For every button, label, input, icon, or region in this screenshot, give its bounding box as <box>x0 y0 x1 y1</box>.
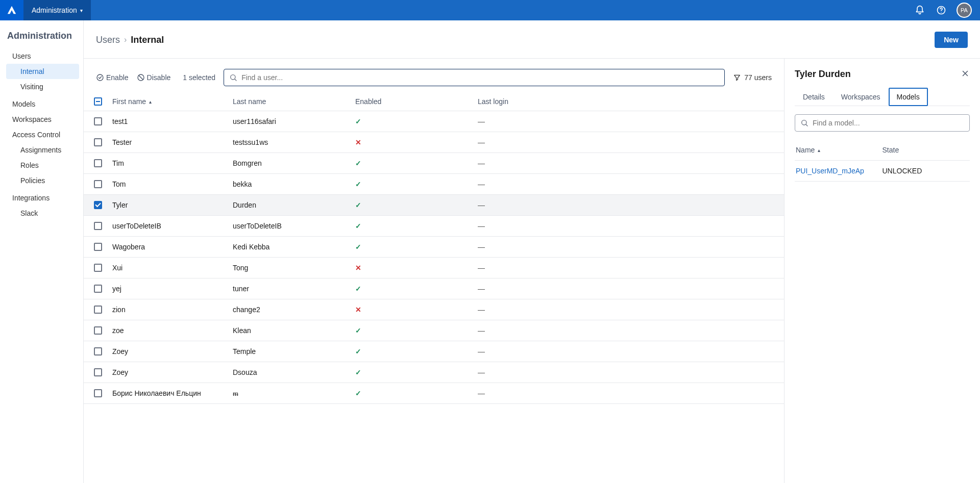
sidebar-item-slack[interactable]: Slack <box>6 206 79 221</box>
row-checkbox[interactable] <box>94 138 102 146</box>
sidebar-item-policies[interactable]: Policies <box>6 173 79 188</box>
tab-workspaces[interactable]: Workspaces <box>833 88 889 106</box>
table-row[interactable]: zoeKlean✓— <box>84 320 784 341</box>
sort-asc-icon: ▴ <box>149 99 152 105</box>
column-last-login-label: Last login <box>478 97 508 106</box>
model-column-state[interactable]: State <box>883 146 969 154</box>
table-row[interactable]: zionchange2✕— <box>84 299 784 320</box>
breadcrumb-current: Internal <box>131 35 164 45</box>
row-checkbox[interactable] <box>94 326 102 335</box>
search-input[interactable] <box>241 73 719 82</box>
table-row[interactable]: ZoeyDsouza✓— <box>84 362 784 383</box>
sidebar-item-integrations[interactable]: Integrations <box>6 190 79 206</box>
content-header: Users › Internal New <box>84 20 980 59</box>
app-logo[interactable] <box>0 0 23 20</box>
cell-last-login-value: — <box>478 306 485 314</box>
model-link[interactable]: PUI_UserMD_mJeAp <box>796 167 883 175</box>
x-icon: ✕ <box>355 306 361 314</box>
cell-last-name: Kedi Kebba <box>233 243 355 251</box>
sidebar-item-access-control[interactable]: Access Control <box>6 127 79 142</box>
row-checkbox[interactable] <box>94 285 102 293</box>
row-checkbox[interactable] <box>94 180 102 188</box>
cell-first-name: Tester <box>112 138 233 146</box>
cell-last-login-value: — <box>478 285 485 293</box>
model-search-input[interactable] <box>813 119 964 127</box>
cell-enabled: ✓ <box>355 326 478 335</box>
sidebar-item-internal[interactable]: Internal <box>6 64 79 79</box>
cell-last-login-value: — <box>478 389 485 397</box>
column-last-login[interactable]: Last login <box>478 97 778 106</box>
row-checkbox[interactable] <box>94 264 102 272</box>
table-row[interactable]: test1user116safari✓— <box>84 111 784 132</box>
cell-enabled: ✓ <box>355 159 478 167</box>
top-nav-administration[interactable]: Administration ▾ <box>23 0 91 20</box>
table-row[interactable]: yejtuner✓— <box>84 278 784 299</box>
tab-details[interactable]: Details <box>795 88 833 106</box>
table-row[interactable]: userToDeleteIBuserToDeleteIB✓— <box>84 216 784 237</box>
check-icon: ✓ <box>355 368 361 376</box>
check-icon: ✓ <box>355 180 361 188</box>
model-column-name[interactable]: Name ▴ <box>796 146 883 154</box>
row-checkbox[interactable] <box>94 159 102 167</box>
table-row[interactable]: ZoeyTemple✓— <box>84 341 784 362</box>
row-checkbox[interactable] <box>94 117 102 125</box>
disable-button[interactable]: Disable <box>137 73 171 82</box>
sidebar-item-visiting[interactable]: Visiting <box>6 79 79 94</box>
new-button[interactable]: New <box>935 32 968 48</box>
cell-last-name: Temple <box>233 347 355 355</box>
table-row[interactable]: Testertestssu1ws✕— <box>84 132 784 153</box>
model-state: UNLOCKED <box>883 167 969 175</box>
cell-first-name: Zoey <box>112 368 233 376</box>
column-enabled[interactable]: Enabled <box>355 97 478 106</box>
sidebar-item-models[interactable]: Models <box>6 96 79 112</box>
table-row[interactable]: Tombekka✓— <box>84 174 784 195</box>
cell-last-name: user116safari <box>233 117 355 125</box>
table-body[interactable]: test1user116safari✓—Testertestssu1ws✕—Ti… <box>84 111 784 483</box>
sidebar-item-workspaces[interactable]: Workspaces <box>6 112 79 127</box>
search-wrap <box>224 69 725 86</box>
table-row[interactable]: XuiTong✕— <box>84 258 784 278</box>
cell-first-name: userToDeleteIB <box>112 222 233 230</box>
search-icon <box>229 73 237 82</box>
cell-last-login: — <box>478 180 784 188</box>
cell-last-login: — <box>478 117 784 125</box>
row-checkbox[interactable] <box>94 201 102 209</box>
close-button[interactable] <box>961 69 970 80</box>
enable-button[interactable]: Enable <box>96 73 129 82</box>
row-checkbox[interactable] <box>94 222 102 230</box>
cell-enabled: ✓ <box>355 389 478 397</box>
cell-last-login-value: — <box>478 326 485 335</box>
row-checkbox[interactable] <box>94 306 102 314</box>
sidebar-item-roles[interactable]: Roles <box>6 158 79 173</box>
cell-first-name: Борис Николаевич Ельцин <box>112 389 233 397</box>
table-row[interactable]: Борис Николаевич Ельцинᵯ✓— <box>84 383 784 404</box>
row-checkbox[interactable] <box>94 389 102 397</box>
notifications-button[interactable] <box>914 4 926 16</box>
column-first-name[interactable]: First name ▴ <box>112 97 233 106</box>
check-icon: ✓ <box>355 117 361 125</box>
sidebar-title: Administration <box>6 31 79 48</box>
select-all-checkbox[interactable] <box>94 97 102 106</box>
avatar[interactable]: PA <box>957 3 972 18</box>
table-row[interactable]: TimBomgren✓— <box>84 153 784 174</box>
breadcrumb-users[interactable]: Users <box>96 35 120 45</box>
help-button[interactable] <box>935 4 947 16</box>
table-row[interactable]: TylerDurden✓— <box>84 195 784 216</box>
check-icon: ✓ <box>355 326 361 335</box>
filter-button[interactable]: 77 users <box>733 73 772 82</box>
cell-enabled: ✕ <box>355 138 478 146</box>
table-row[interactable]: WagoberaKedi Kebba✓— <box>84 237 784 258</box>
row-checkbox[interactable] <box>94 347 102 355</box>
main: Users › Internal New Enable Disable <box>84 20 980 483</box>
column-last-name[interactable]: Last name <box>233 97 355 106</box>
cell-first-name: zion <box>112 306 233 314</box>
sidebar-item-users[interactable]: Users <box>6 48 79 64</box>
top-nav-label: Administration <box>32 6 77 14</box>
cell-enabled: ✕ <box>355 306 478 314</box>
model-search-wrap <box>795 114 970 132</box>
detail-header: Tyler Durden <box>795 69 970 80</box>
row-checkbox[interactable] <box>94 243 102 251</box>
row-checkbox[interactable] <box>94 368 102 376</box>
sidebar-item-assignments[interactable]: Assignments <box>6 142 79 158</box>
tab-models[interactable]: Models <box>889 88 928 106</box>
